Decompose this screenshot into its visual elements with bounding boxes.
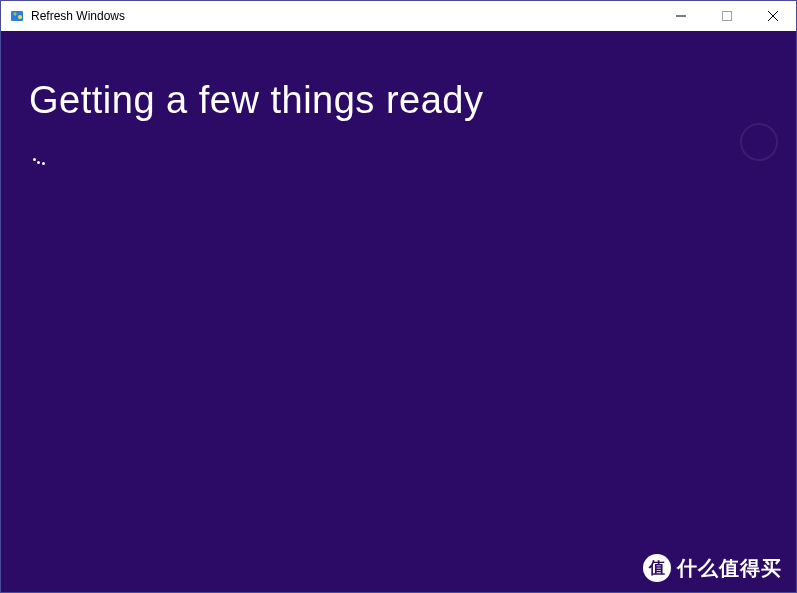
watermark-text: 什么值得买 xyxy=(677,555,782,582)
titlebar: Refresh Windows xyxy=(1,1,796,31)
app-icon xyxy=(9,8,25,24)
close-button[interactable] xyxy=(750,1,796,31)
minimize-button[interactable] xyxy=(658,1,704,31)
loading-spinner-icon xyxy=(29,146,49,166)
page-heading: Getting a few things ready xyxy=(29,79,768,122)
maximize-button[interactable] xyxy=(704,1,750,31)
svg-point-1 xyxy=(18,15,22,19)
window-controls xyxy=(658,1,796,31)
window-title: Refresh Windows xyxy=(31,9,658,23)
content-area: Getting a few things ready 值 什么值得买 xyxy=(1,31,796,592)
watermark-badge: 值 xyxy=(643,554,671,582)
next-circle-icon xyxy=(740,123,778,161)
app-window: Refresh Windows Getting a few things rea… xyxy=(0,0,797,593)
watermark: 值 什么值得买 xyxy=(643,554,782,582)
svg-rect-3 xyxy=(723,12,732,21)
